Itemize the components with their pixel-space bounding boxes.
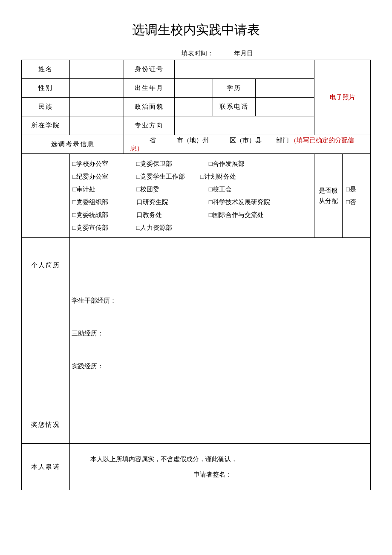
dept-item[interactable]: □国际合作与交流处 bbox=[209, 208, 307, 221]
field-experience[interactable]: 学生干部经历： 三助经历： 实践经历： bbox=[69, 293, 370, 406]
label-idnumber: 身份证号 bbox=[124, 60, 175, 79]
experience-practice-label: 实践经历： bbox=[72, 362, 369, 370]
dept-item[interactable] bbox=[209, 221, 307, 234]
label-gender: 性别 bbox=[22, 79, 70, 98]
option-yes[interactable]: □是 bbox=[346, 183, 369, 196]
dept-item[interactable]: □科学技术发展研究院 bbox=[209, 196, 307, 208]
label-obey-assign: 是否服从分配 bbox=[314, 154, 343, 238]
field-idnumber[interactable] bbox=[175, 60, 314, 79]
experience-cadre-label: 学生干部经历： bbox=[72, 297, 369, 305]
experience-sanzhu-label: 三助经历： bbox=[72, 330, 369, 338]
field-political[interactable] bbox=[175, 98, 213, 116]
dept-item[interactable]: □计划财务处 bbox=[200, 170, 298, 183]
dept-item[interactable]: □校团委 bbox=[136, 183, 209, 196]
field-college[interactable] bbox=[69, 116, 124, 135]
dept-item[interactable]: □人力资源部 bbox=[136, 221, 209, 234]
dept-item[interactable]: □党委宣传部 bbox=[72, 221, 136, 234]
table-row: 学生干部经历： 三助经历： 实践经历： bbox=[22, 293, 371, 406]
field-awards[interactable] bbox=[69, 406, 370, 444]
label-departments-empty bbox=[22, 154, 70, 238]
signature-label: 申请者签名： bbox=[74, 467, 366, 482]
dept-item[interactable]: □党委保卫部 bbox=[136, 157, 209, 170]
department-options[interactable]: □学校办公室 □党委保卫部 □合作发展部 □纪委办公室 □党委学生工作部 □计划… bbox=[69, 154, 314, 238]
dept-item[interactable]: □党委组织部 bbox=[72, 196, 136, 208]
label-resume: 个人简历 bbox=[22, 238, 70, 293]
label-birthdate: 出生年月 bbox=[124, 79, 175, 98]
table-row: 奖惩情况 bbox=[22, 406, 371, 444]
field-birthdate[interactable] bbox=[175, 79, 213, 98]
dept-item[interactable]: 口教务处 bbox=[136, 208, 209, 221]
option-no[interactable]: □否 bbox=[346, 196, 369, 208]
field-gender[interactable] bbox=[69, 79, 124, 98]
application-form-table: 姓名 身份证号 电子照片 性别 出生年月 学历 民族 政治面貌 联系电话 所在学… bbox=[21, 60, 371, 490]
table-row: 本人泉诺 本人以上所填内容属实，不含虚假成分，谨此确认， 申请者签名： bbox=[22, 444, 371, 490]
field-promise[interactable]: 本人以上所填内容属实，不含虚假成分，谨此确认， 申请者签名： bbox=[69, 444, 370, 490]
dept-item[interactable]: □审计处 bbox=[72, 183, 136, 196]
field-name[interactable] bbox=[69, 60, 124, 79]
fill-time-line: 填表时间： 年月日 bbox=[64, 49, 371, 58]
field-ethnicity[interactable] bbox=[69, 98, 124, 116]
field-resume[interactable] bbox=[69, 238, 370, 293]
examinfo-district: 区（市）县 bbox=[210, 136, 262, 145]
field-major[interactable] bbox=[175, 116, 314, 135]
examinfo-province: 省 bbox=[130, 136, 156, 145]
dept-item[interactable]: □党委统战部 bbox=[72, 208, 136, 221]
label-major: 专业方向 bbox=[124, 116, 175, 135]
field-education[interactable] bbox=[255, 79, 314, 98]
page-title: 选调生校内实践中请表 bbox=[21, 21, 371, 39]
label-education: 学历 bbox=[213, 79, 255, 98]
examinfo-city: 市（地）州 bbox=[158, 136, 209, 145]
field-phone[interactable] bbox=[255, 98, 314, 116]
examinfo-dept: 部门 bbox=[263, 136, 289, 145]
label-awards: 奖惩情况 bbox=[22, 406, 70, 444]
label-ethnicity: 民族 bbox=[22, 98, 70, 116]
label-promise: 本人泉诺 bbox=[22, 444, 70, 490]
fill-time-label: 填表时间： bbox=[182, 49, 213, 58]
label-phone: 联系电话 bbox=[213, 98, 255, 116]
table-row: 选调考录信息 省 市（地）州 区（市）县 部门 （填写已确定的分配信息） bbox=[22, 135, 371, 154]
dept-item[interactable]: □学校办公室 bbox=[72, 157, 136, 170]
table-row: 姓名 身份证号 电子照片 bbox=[22, 60, 371, 79]
confirm-text: 本人以上所填内容属实，不含虚假成分，谨此确认， bbox=[74, 451, 366, 467]
label-experience-empty bbox=[22, 293, 70, 406]
dept-item[interactable]: □党委学生工作部 bbox=[136, 170, 209, 183]
label-name: 姓名 bbox=[22, 60, 70, 79]
field-obey-assign[interactable]: □是 □否 bbox=[343, 154, 371, 238]
table-row: □学校办公室 □党委保卫部 □合作发展部 □纪委办公室 □党委学生工作部 □计划… bbox=[22, 154, 371, 238]
label-political: 政治面貌 bbox=[124, 98, 175, 116]
label-examinfo: 选调考录信息 bbox=[22, 135, 124, 154]
label-college: 所在学院 bbox=[22, 116, 70, 135]
photo-placeholder[interactable]: 电子照片 bbox=[314, 60, 371, 135]
field-examinfo[interactable]: 省 市（地）州 区（市）县 部门 （填写已确定的分配信息） bbox=[124, 135, 371, 154]
table-row: 个人简历 bbox=[22, 238, 371, 293]
dept-item[interactable]: 口研究生院 bbox=[136, 196, 209, 208]
fill-time-format: 年月日 bbox=[234, 49, 253, 58]
dept-item[interactable]: □纪委办公室 bbox=[72, 170, 136, 183]
dept-item[interactable]: □校工会 bbox=[209, 183, 307, 196]
dept-item[interactable]: □合作发展部 bbox=[209, 157, 307, 170]
